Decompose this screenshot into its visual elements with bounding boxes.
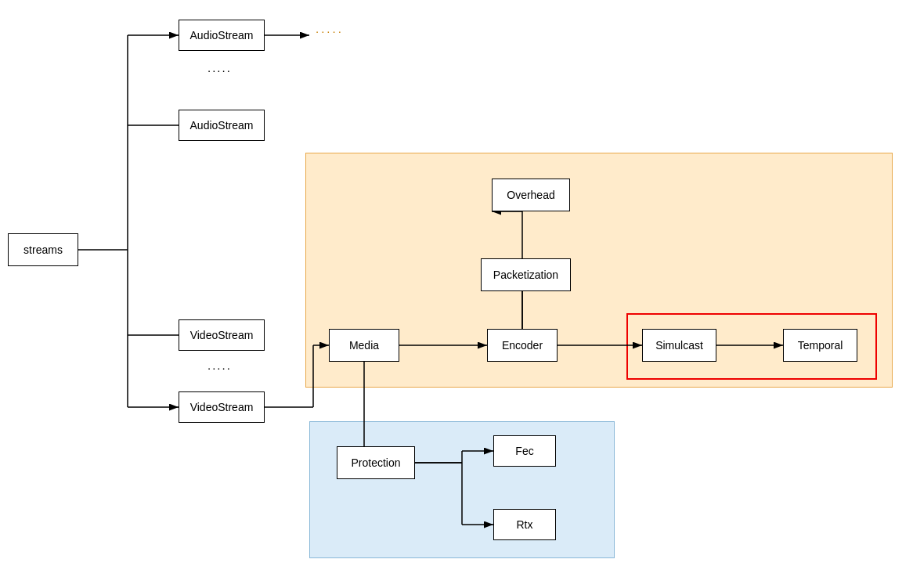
simulcast-box: Simulcast: [642, 329, 716, 362]
overhead-box: Overhead: [492, 179, 570, 211]
protection-box: Protection: [337, 446, 415, 479]
video-stream-2-box: VideoStream: [179, 391, 265, 423]
fec-box: Fec: [493, 435, 556, 467]
diagram: streams AudioStream ..... AudioStream ..…: [0, 0, 913, 588]
rtx-box: Rtx: [493, 509, 556, 540]
streams-box: streams: [8, 233, 78, 266]
audio-dots-horizontal: .....: [316, 22, 344, 35]
blue-region: [309, 421, 615, 558]
audio-dots-vertical: .....: [208, 61, 232, 74]
audio-stream-2-box: AudioStream: [179, 110, 265, 141]
packetization-box: Packetization: [481, 258, 571, 291]
encoder-box: Encoder: [487, 329, 558, 362]
media-box: Media: [329, 329, 399, 362]
temporal-box: Temporal: [783, 329, 857, 362]
video-dots-vertical: .....: [208, 359, 232, 372]
video-stream-1-box: VideoStream: [179, 319, 265, 351]
audio-stream-1-box: AudioStream: [179, 20, 265, 51]
